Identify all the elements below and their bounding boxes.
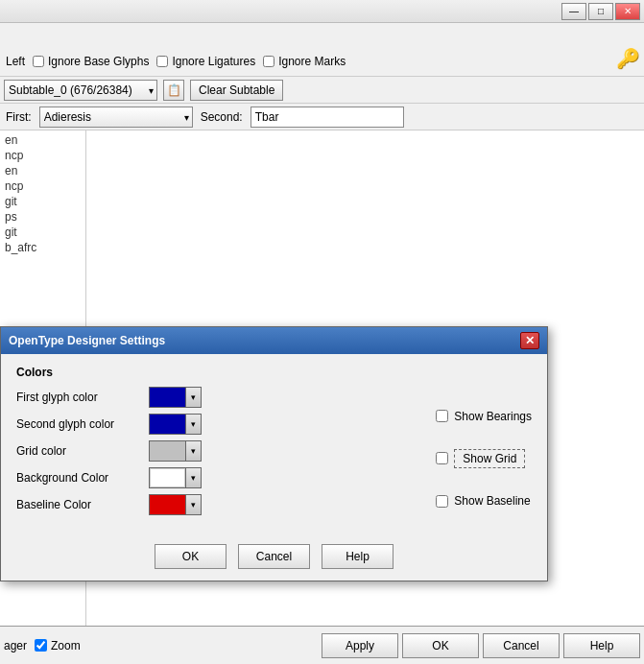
grid-color-label: Grid color: [16, 444, 141, 458]
first-glyph-color-swatch: [150, 388, 185, 407]
second-glyph-color-swatch: [150, 415, 185, 434]
subtable-select-wrapper: Subtable_0 (676/26384): [4, 80, 157, 101]
list-item[interactable]: git: [2, 194, 83, 209]
background-color-swatch: [150, 468, 185, 487]
ignore-base-label: Ignore Base Glyphs: [48, 55, 149, 68]
list-item[interactable]: ncp: [2, 178, 83, 194]
glyph-row: First: Adieresis Second:: [0, 104, 644, 130]
dialog-ok-button[interactable]: OK: [155, 544, 227, 569]
second-glyph-color-row: Second glyph color ▾: [16, 414, 417, 435]
show-grid-checkbox[interactable]: [436, 452, 448, 464]
zoom-group: Zoom: [35, 639, 81, 652]
show-bearings-label: Show Bearings: [454, 410, 532, 423]
clear-subtable-button[interactable]: Clear Subtable: [190, 80, 283, 101]
colors-right: Show Bearings Show Grid Show Baseline: [436, 387, 532, 521]
left-label: Left: [6, 55, 25, 68]
close-button[interactable]: ✕: [615, 3, 640, 20]
second-glyph-color-picker[interactable]: ▾: [149, 414, 202, 435]
help-button[interactable]: Help: [563, 633, 640, 658]
second-glyph-color-arrow: ▾: [185, 415, 201, 434]
baseline-color-label: Baseline Color: [16, 498, 141, 511]
list-item[interactable]: en: [2, 132, 83, 148]
dialog-colors-section: First glyph color ▾ Second glyph color: [16, 387, 532, 521]
dialog-overlay: OpenType Designer Settings ✕ Colors Firs…: [0, 326, 548, 581]
subtable-icon-button[interactable]: 📋: [163, 80, 184, 101]
list-item[interactable]: ps: [2, 209, 83, 225]
grid-color-swatch: [150, 441, 185, 461]
baseline-color-row: Baseline Color ▾: [16, 494, 417, 515]
colors-section-label: Colors: [16, 366, 532, 379]
show-baseline-option: Show Baseline: [436, 494, 532, 508]
background-color-arrow: ▾: [185, 468, 201, 487]
maximize-button[interactable]: □: [588, 3, 613, 20]
subtable-select[interactable]: Subtable_0 (676/26384): [4, 80, 157, 101]
grid-color-arrow: ▾: [185, 441, 201, 461]
ignore-ligatures-checkbox[interactable]: [156, 56, 168, 67]
dialog-close-button[interactable]: ✕: [520, 332, 539, 349]
second-glyph-color-label: Second glyph color: [16, 417, 141, 431]
manager-label: ager: [4, 639, 27, 652]
status-bar: ager Zoom Apply OK Cancel Help: [0, 626, 644, 664]
show-grid-button[interactable]: Show Grid: [454, 449, 525, 468]
ignore-marks-checkbox[interactable]: [263, 56, 274, 67]
dialog-content: Colors First glyph color ▾: [1, 354, 547, 533]
list-item[interactable]: en: [2, 163, 83, 178]
colors-left: First glyph color ▾ Second glyph color: [16, 387, 417, 521]
ignore-base-group: Ignore Base Glyphs: [33, 55, 149, 68]
list-item[interactable]: b_afrc: [2, 240, 83, 255]
background-color-picker[interactable]: ▾: [149, 467, 202, 488]
dialog-titlebar: OpenType Designer Settings ✕: [1, 327, 547, 354]
background-color-label: Background Color: [16, 471, 141, 485]
ignore-marks-group: Ignore Marks: [263, 55, 346, 68]
toolbar-row-1: Left Ignore Base Glyphs Ignore Ligatures…: [0, 46, 644, 77]
ignore-ligatures-label: Ignore Ligatures: [172, 55, 255, 68]
baseline-color-swatch: [150, 495, 185, 514]
zoom-checkbox[interactable]: [35, 639, 47, 652]
minimize-button[interactable]: —: [561, 3, 586, 20]
dialog-title: OpenType Designer Settings: [9, 334, 165, 347]
dialog-help-button[interactable]: Help: [322, 544, 394, 569]
list-item[interactable]: ncp: [2, 148, 83, 163]
toolbar-row-2: Subtable_0 (676/26384) 📋 Clear Subtable: [0, 77, 644, 104]
first-label: First:: [6, 110, 32, 124]
window-chrome: — □ ✕: [0, 0, 644, 23]
first-glyph-color-arrow: ▾: [185, 388, 201, 407]
show-baseline-label: Show Baseline: [454, 494, 530, 508]
first-glyph-color-picker[interactable]: ▾: [149, 387, 202, 408]
main-window: — □ ✕ Left Ignore Base Glyphs Ignore Lig…: [0, 0, 644, 664]
second-glyph-input[interactable]: [250, 107, 404, 128]
ignore-marks-label: Ignore Marks: [278, 55, 346, 68]
grid-color-row: Grid color ▾: [16, 440, 417, 462]
background-color-row: Background Color ▾: [16, 467, 417, 488]
dialog-cancel-button[interactable]: Cancel: [238, 544, 310, 569]
show-bearings-option: Show Bearings: [436, 410, 532, 423]
first-glyph-select[interactable]: Adieresis: [39, 107, 193, 128]
settings-dialog: OpenType Designer Settings ✕ Colors Firs…: [0, 326, 548, 581]
ok-button[interactable]: OK: [402, 633, 479, 658]
baseline-color-arrow: ▾: [185, 495, 201, 514]
corner-icon[interactable]: 🔑: [617, 48, 638, 69]
ignore-base-checkbox[interactable]: [33, 56, 44, 67]
grid-color-picker[interactable]: ▾: [149, 440, 202, 462]
show-baseline-checkbox[interactable]: [436, 495, 448, 508]
baseline-color-picker[interactable]: ▾: [149, 494, 202, 515]
show-bearings-checkbox[interactable]: [436, 410, 448, 422]
apply-button[interactable]: Apply: [322, 633, 398, 658]
show-grid-option: Show Grid: [436, 449, 532, 468]
dialog-buttons: OK Cancel Help: [1, 533, 547, 581]
list-item[interactable]: git: [2, 225, 83, 240]
first-glyph-color-label: First glyph color: [16, 391, 141, 404]
cancel-button[interactable]: Cancel: [483, 633, 560, 658]
ignore-ligatures-group: Ignore Ligatures: [156, 55, 255, 68]
zoom-label: Zoom: [51, 639, 81, 652]
second-label: Second:: [201, 110, 243, 124]
first-glyph-color-row: First glyph color ▾: [16, 387, 417, 408]
first-glyph-select-wrapper: Adieresis: [39, 107, 193, 128]
